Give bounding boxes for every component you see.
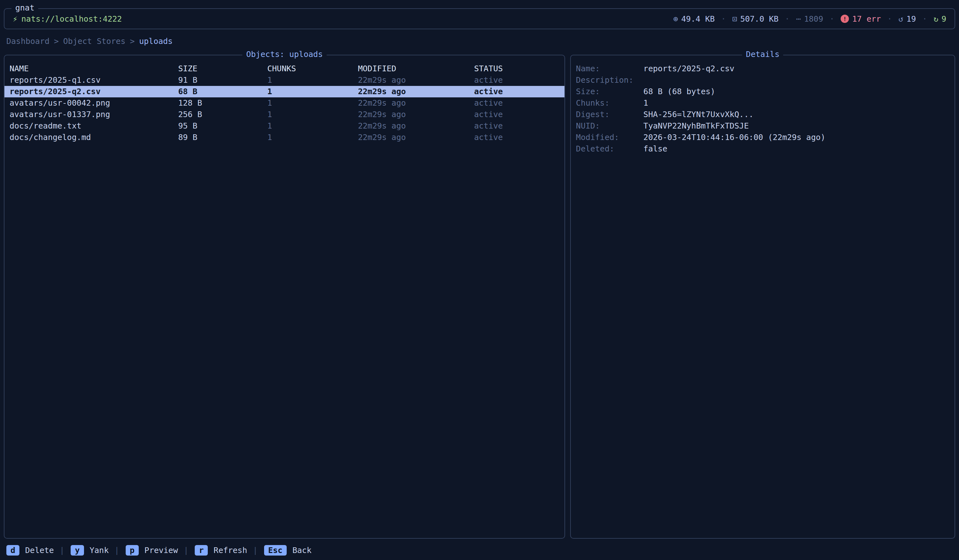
detail-value: 1	[644, 97, 648, 109]
detail-field: NUID: TyaNVP22NyhBmTkFxTDSJE	[576, 120, 954, 132]
details-fields: Name: reports/2025-q2.csv Description: S…	[571, 56, 954, 154]
stat-separator: ·	[721, 14, 726, 24]
column-header-name: NAME	[10, 63, 178, 75]
error-icon: !	[841, 14, 849, 23]
breadcrumb-item-object-stores[interactable]: Object Stores	[63, 35, 126, 48]
cell-modified: 22m29s ago	[358, 132, 474, 143]
keybind-key[interactable]: p	[126, 545, 139, 555]
breadcrumb-separator: >	[130, 35, 135, 48]
errors-value: 17 err	[852, 14, 881, 24]
objects-panel: Objects: uploads NAME SIZE CHUNKS MODIFI…	[4, 55, 565, 539]
stat-errors: ! 17 err	[841, 14, 881, 24]
cell-name: docs/changelog.md	[10, 132, 178, 143]
app-title: gnat	[11, 3, 38, 13]
keybind-hint[interactable]: y Yank |	[71, 545, 119, 555]
cell-status: active	[474, 132, 564, 143]
detail-value: TyaNVP22NyhBmTkFxTDSJE	[644, 120, 749, 132]
keybind-hint[interactable]: Esc Back |	[264, 545, 312, 555]
breadcrumb-current: uploads	[139, 35, 172, 48]
reconnects-icon: ↺	[898, 14, 903, 24]
keybind-key[interactable]: r	[195, 545, 208, 555]
breadcrumb-item-dashboard[interactable]: Dashboard	[6, 35, 49, 48]
table-row[interactable]: docs/changelog.md 89 B 1 22m29s ago acti…	[5, 132, 564, 143]
detail-field: Modified: 2026-03-24T10:44:16-06:00 (22m…	[576, 132, 954, 143]
hint-separator: |	[253, 546, 258, 555]
cell-modified: 22m29s ago	[358, 109, 474, 120]
table-row[interactable]: reports/2025-q1.csv 91 B 1 22m29s ago ac…	[5, 75, 564, 86]
stat-subs: ↻ 9	[934, 14, 946, 24]
detail-value: false	[644, 143, 667, 154]
table-row[interactable]: docs/readme.txt 95 B 1 22m29s ago active	[5, 120, 564, 132]
table-row[interactable]: avatars/usr-00042.png 128 B 1 22m29s ago…	[5, 97, 564, 109]
cell-size: 91 B	[178, 75, 267, 86]
detail-field: Chunks: 1	[576, 97, 954, 109]
cell-modified: 22m29s ago	[358, 120, 474, 132]
cell-name: avatars/usr-01337.png	[10, 109, 178, 120]
reconnects-value: 19	[906, 14, 916, 24]
cell-status: active	[474, 75, 564, 86]
column-header-modified: MODIFIED	[358, 63, 474, 75]
detail-field: Description:	[576, 75, 954, 86]
refresh-icon: ↻	[934, 14, 938, 24]
messages-icon: ⋯	[796, 14, 801, 24]
detail-label: Digest:	[576, 109, 644, 120]
column-header-chunks: CHUNKS	[267, 63, 358, 75]
statusbar: d Delete | y Yank | p Preview | r Refres…	[4, 544, 955, 560]
out-bytes-value: 507.0 KB	[740, 14, 778, 24]
stat-reconnects: ↺ 19	[898, 14, 916, 24]
table-row[interactable]: avatars/usr-01337.png 256 B 1 22m29s ago…	[5, 109, 564, 120]
cell-size: 256 B	[178, 109, 267, 120]
keybind-label: Yank	[90, 546, 109, 555]
cell-chunks: 1	[267, 120, 358, 132]
keybind-label: Back	[292, 546, 312, 555]
detail-label: Size:	[576, 86, 644, 97]
cell-name: reports/2025-q1.csv	[10, 75, 178, 86]
cell-status: active	[474, 109, 564, 120]
breadcrumb: Dashboard > Object Stores > uploads	[6, 35, 953, 48]
hint-separator: |	[59, 546, 64, 555]
detail-label: Deleted:	[576, 143, 644, 154]
stat-separator: ·	[887, 14, 892, 24]
cell-size: 128 B	[178, 97, 267, 109]
cell-status: active	[474, 86, 564, 97]
keybind-hint[interactable]: d Delete |	[6, 545, 64, 555]
cell-size: 68 B	[178, 86, 267, 97]
table-row[interactable]: reports/2025-q2.csv 68 B 1 22m29s ago ac…	[5, 86, 564, 97]
details-panel: Details Name: reports/2025-q2.csv Descri…	[570, 55, 955, 539]
hint-separator: |	[183, 546, 188, 555]
connection-info: ⚡ nats://localhost:4222	[13, 14, 122, 24]
keybind-hint[interactable]: p Preview |	[126, 545, 188, 555]
cell-modified: 22m29s ago	[358, 97, 474, 109]
in-bytes-value: 49.4 KB	[681, 14, 715, 24]
table-body: reports/2025-q1.csv 91 B 1 22m29s ago ac…	[5, 75, 564, 143]
cell-status: active	[474, 120, 564, 132]
cell-chunks: 1	[267, 75, 358, 86]
detail-value: 68 B (68 bytes)	[644, 86, 715, 97]
stat-msgs: ⋯ 1809	[796, 14, 823, 24]
detail-label: Modified:	[576, 132, 644, 143]
detail-field: Size: 68 B (68 bytes)	[576, 86, 954, 97]
stat-separator: ·	[830, 14, 834, 24]
app-root: gnat ⚡ nats://localhost:4222 ⊕ 49.4 KB ·…	[0, 0, 959, 560]
table-header-row: NAME SIZE CHUNKS MODIFIED STATUS	[5, 63, 564, 75]
keybind-label: Refresh	[213, 546, 247, 555]
keybind-key[interactable]: Esc	[264, 545, 287, 555]
stat-out-bytes: ⊡ 507.0 KB	[732, 14, 778, 24]
keybind-hint[interactable]: r Refresh |	[195, 545, 257, 555]
main-area: Objects: uploads NAME SIZE CHUNKS MODIFI…	[4, 55, 955, 539]
keybind-label: Preview	[145, 546, 178, 555]
breadcrumb-separator: >	[54, 35, 59, 48]
cell-modified: 22m29s ago	[358, 75, 474, 86]
detail-field: Name: reports/2025-q2.csv	[576, 63, 954, 75]
connection-stats: ⊕ 49.4 KB · ⊡ 507.0 KB · ⋯ 1809 · ! 17 e…	[673, 14, 946, 24]
keybind-key[interactable]: y	[71, 545, 84, 555]
in-bytes-icon: ⊕	[673, 14, 678, 24]
objects-panel-title: Objects: uploads	[242, 49, 327, 59]
out-bytes-icon: ⊡	[732, 14, 737, 24]
column-header-status: STATUS	[474, 63, 564, 75]
cell-modified: 22m29s ago	[358, 86, 474, 97]
cell-name: reports/2025-q2.csv	[10, 86, 178, 97]
cell-size: 95 B	[178, 120, 267, 132]
keybind-key[interactable]: d	[6, 545, 19, 555]
detail-label: Name:	[576, 63, 644, 75]
